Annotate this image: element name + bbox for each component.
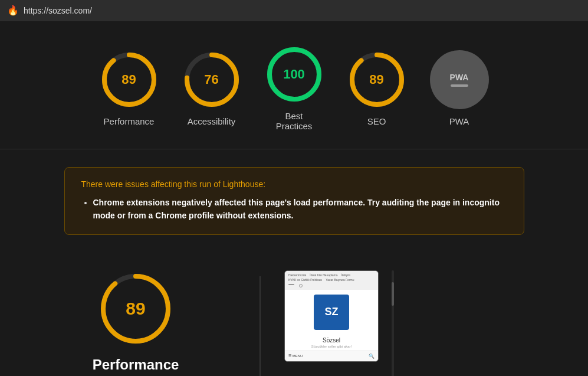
nav-item-3: İletişim	[341, 273, 351, 277]
nav-item-5: Yazar Başvuru Formu	[326, 278, 354, 282]
gauge-pwa: PWA	[430, 50, 489, 109]
preview-nav-items: Hakkerimizde İdeal Kilo Hesaplama İletiş…	[288, 273, 375, 277]
accessibility-label: Accessibility	[188, 116, 236, 126]
warning-title: There were issues affecting this run of …	[81, 179, 507, 189]
accessibility-score: 76	[204, 72, 218, 87]
scores-section: 89 Performance 76 Accessibility 100 Best…	[0, 21, 588, 149]
gauge-performance-large: 89	[97, 270, 174, 347]
preview-menu-bar: ☰ MENU 🔍	[285, 351, 378, 361]
scrollbar-track	[392, 270, 394, 376]
best-practices-score: 100	[283, 67, 305, 82]
preview-logo-area: SZ	[285, 290, 378, 335]
preview-nav-bar: Hakkerimizde İdeal Kilo Hesaplama İletiş…	[285, 271, 378, 290]
warning-section: There were issues affecting this run of …	[64, 167, 524, 235]
website-preview: Hakkerimizde İdeal Kilo Hesaplama İletiş…	[284, 270, 379, 362]
scrollbar-thumb	[392, 282, 394, 306]
gauge-seo: 89	[347, 50, 406, 109]
preview-menu-label: ☰ MENU	[288, 354, 303, 359]
performance-score: 89	[121, 72, 136, 87]
pwa-dash	[451, 84, 468, 87]
preview-wrapper: Hakkerimizde İdeal Kilo Hesaplama İletiş…	[284, 270, 390, 362]
pwa-label: PWA	[449, 116, 469, 126]
warning-list: Chrome extensions negatively affected th…	[81, 196, 507, 223]
preview-tagline: Sözcükler seller gibi akar!	[285, 345, 378, 351]
score-item-pwa: PWA PWA	[430, 50, 489, 126]
preview-pane: Hakkerimizde İdeal Kilo Hesaplama İletiş…	[284, 270, 390, 362]
performance-detail-title: Performance	[93, 357, 179, 373]
gauge-accessibility: 76	[182, 50, 241, 109]
seo-score: 89	[369, 72, 383, 87]
nav-item-4: KVKK ve Gizlilik Politikası	[288, 278, 322, 282]
pwa-text: PWA	[450, 73, 469, 82]
score-item-seo: 89 SEO	[347, 50, 406, 126]
url-display: https://sozsel.com/	[24, 6, 92, 15]
score-item-accessibility: 76 Accessibility	[182, 50, 241, 126]
preview-logo: SZ	[314, 295, 349, 330]
nav-item-1: Hakkerimizde	[288, 273, 306, 277]
gauge-best-practices: 100	[265, 45, 324, 104]
best-practices-label: BestPractices	[276, 111, 313, 131]
performance-detail-section: 89 Performance Values are estimated and …	[0, 253, 588, 376]
lighthouse-icon: 🔥	[7, 5, 19, 17]
gauge-performance: 89	[100, 50, 159, 109]
preview-site-name: Sözsel	[285, 335, 378, 345]
score-item-best-practices: 100 BestPractices	[265, 45, 324, 131]
nav-item-2: İdeal Kilo Hesaplama	[310, 273, 337, 277]
performance-left: 89 Performance Values are estimated and …	[35, 270, 236, 376]
top-bar: 🔥 https://sozsel.com/	[0, 0, 588, 21]
preview-search-icon: 🔍	[369, 354, 375, 359]
seo-label: SEO	[367, 116, 386, 126]
performance-label: Performance	[104, 116, 155, 126]
performance-detail-score: 89	[126, 299, 145, 319]
section-divider	[259, 276, 261, 376]
score-item-performance: 89 Performance	[100, 50, 159, 126]
preview-nav-items-2: KVKK ve Gizlilik Politikası Yazar Başvur…	[288, 278, 375, 282]
warning-item: Chrome extensions negatively affected th…	[93, 196, 507, 223]
